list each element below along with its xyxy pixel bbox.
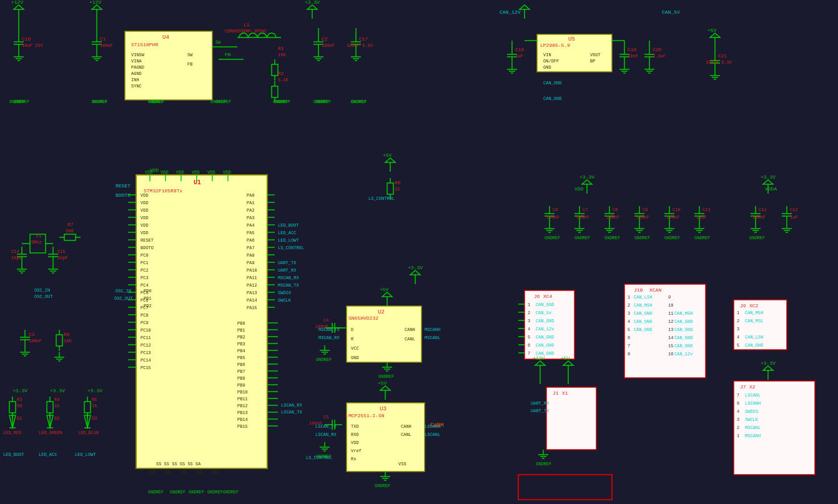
schematic-view <box>0 0 838 504</box>
schematic-canvas <box>0 0 838 504</box>
